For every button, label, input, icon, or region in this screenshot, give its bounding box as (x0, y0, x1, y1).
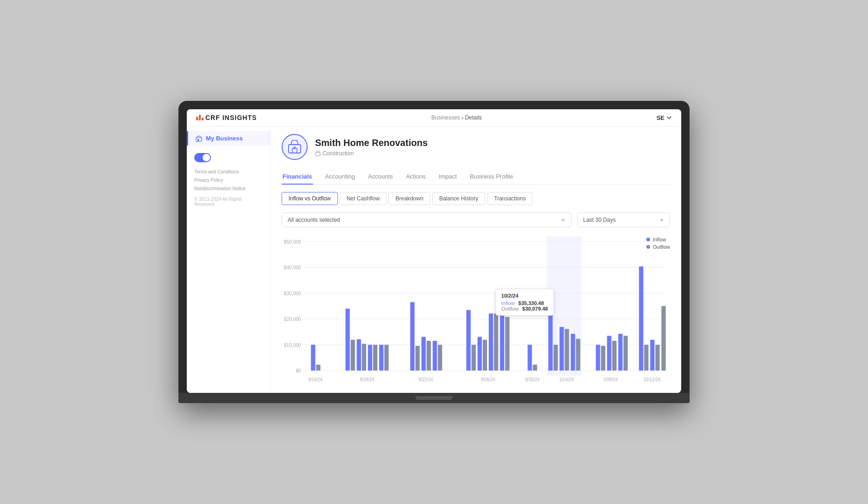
svg-rect-1 (197, 139, 199, 141)
tab-accounting[interactable]: Accounting (324, 169, 356, 185)
svg-text:$10,000: $10,000 (284, 342, 301, 348)
user-initials: SE (657, 114, 664, 121)
business-header: Smith Home Renovations Construction (282, 134, 670, 160)
accounts-filter[interactable]: All accounts selected (282, 212, 572, 227)
outflow-label: Outflow (653, 244, 670, 250)
svg-text:$0: $0 (296, 368, 301, 374)
terms-link[interactable]: Terms and Conditions (194, 168, 263, 176)
logo-icon (196, 115, 204, 120)
svg-text:$50,000: $50,000 (284, 239, 301, 245)
tab-accounts[interactable]: Accounts (367, 169, 394, 185)
building-icon (196, 135, 202, 142)
breadcrumb: Businesses › Details (431, 114, 482, 121)
logo-bar-1 (196, 117, 198, 120)
sidebar-item-my-business[interactable]: My Business (187, 131, 270, 146)
date-filter-label: Last 30 Days (583, 217, 616, 223)
svg-rect-32 (433, 341, 437, 371)
svg-rect-20 (345, 309, 349, 371)
svg-rect-38 (489, 313, 493, 371)
business-name: Smith Home Renovations (315, 138, 427, 148)
tab-business-profile[interactable]: Business Profile (469, 169, 514, 185)
svg-rect-49 (571, 334, 575, 371)
logo-bar-2 (199, 115, 201, 120)
svg-rect-31 (427, 341, 431, 371)
chevron-down-icon (666, 115, 672, 120)
sidebar: My Business Terms and Conditions Privacy (187, 126, 270, 393)
chevron-down-icon-2 (659, 218, 664, 222)
svg-rect-29 (415, 346, 420, 371)
user-badge[interactable]: SE (657, 114, 672, 121)
date-filter[interactable]: Last 30 Days (577, 212, 670, 227)
svg-rect-42 (527, 345, 532, 371)
tabs-secondary: Inflow vs Outflow Net Cashflow Breakdown… (282, 192, 670, 205)
nondiscrimination-link[interactable]: Nondiscrimination Notice (194, 185, 263, 193)
svg-rect-24 (368, 345, 372, 371)
svg-rect-21 (351, 340, 355, 371)
svg-rect-5 (316, 153, 320, 156)
svg-text:$30,000: $30,000 (284, 290, 301, 296)
tab-net-cashflow[interactable]: Net Cashflow (340, 192, 387, 205)
svg-text:$40,000: $40,000 (284, 265, 301, 271)
svg-rect-26 (379, 345, 383, 371)
logo-text: CRF INSIGHTS (205, 114, 257, 121)
svg-rect-27 (384, 345, 388, 371)
svg-rect-47 (559, 327, 564, 371)
svg-rect-22 (357, 339, 361, 371)
theme-toggle[interactable] (194, 153, 211, 162)
logo-bar-3 (202, 118, 204, 120)
svg-rect-54 (612, 341, 617, 371)
sidebar-item-label: My Business (206, 135, 243, 142)
svg-rect-48 (565, 329, 569, 371)
tab-transactions[interactable]: Transactions (487, 192, 533, 205)
svg-text:10/12/24: 10/12/24 (644, 377, 661, 383)
toggle-knob (203, 154, 210, 161)
svg-rect-37 (483, 340, 487, 371)
svg-text:$20,000: $20,000 (284, 316, 301, 322)
svg-rect-61 (661, 306, 665, 371)
svg-rect-18 (311, 345, 315, 371)
svg-rect-45 (548, 293, 552, 371)
tab-balance-history[interactable]: Balance History (432, 192, 485, 205)
main-content: Smith Home Renovations Construction Fina… (270, 126, 681, 393)
tabs-primary: Financials Accounting Accounts Actions I… (282, 169, 670, 185)
chevron-down-icon (561, 218, 566, 222)
svg-rect-34 (467, 310, 471, 371)
tab-inflow-outflow[interactable]: Inflow vs Outflow (282, 192, 338, 205)
svg-rect-23 (362, 344, 366, 371)
tab-financials[interactable]: Financials (282, 169, 313, 185)
breadcrumb-businesses[interactable]: Businesses (431, 114, 460, 121)
tab-actions[interactable]: Actions (405, 169, 427, 185)
svg-text:9/22/24: 9/22/24 (419, 377, 433, 383)
category-icon (315, 151, 321, 156)
svg-rect-28 (410, 302, 414, 371)
logo: CRF INSIGHTS (196, 114, 257, 121)
inflow-label: Inflow (653, 237, 666, 242)
svg-text:9/26/24: 9/26/24 (481, 377, 495, 383)
toggle-wrap (194, 153, 263, 162)
svg-rect-56 (624, 336, 628, 371)
svg-rect-41 (505, 317, 509, 371)
svg-rect-57 (639, 266, 643, 371)
svg-text:9/18/24: 9/18/24 (360, 377, 374, 383)
tab-breakdown[interactable]: Breakdown (388, 192, 430, 205)
svg-rect-59 (650, 340, 654, 371)
svg-rect-39 (494, 313, 498, 371)
accounts-filter-label: All accounts selected (288, 217, 340, 223)
svg-rect-46 (553, 345, 558, 371)
sidebar-footer-links: Terms and Conditions Privacy Policy Nond… (194, 168, 263, 193)
tab-impact[interactable]: Impact (438, 169, 458, 185)
svg-rect-52 (601, 346, 605, 371)
outflow-dot (646, 245, 650, 249)
copyright: © 2013-2024 All Rights Reserved (194, 197, 263, 207)
svg-rect-35 (472, 345, 476, 371)
inflow-dot (646, 238, 650, 241)
privacy-link[interactable]: Privacy Policy (194, 176, 263, 185)
business-info: Smith Home Renovations Construction (315, 138, 427, 157)
chart-container: Inflow Outflow (282, 237, 670, 385)
breadcrumb-current: Details (465, 114, 482, 121)
category-label: Construction (322, 150, 354, 157)
chart-svg: $50,000 $40,000 $30,000 $20,000 $10,000 … (282, 237, 670, 385)
svg-point-4 (294, 147, 296, 149)
svg-text:10/4/24: 10/4/24 (559, 377, 574, 383)
top-nav: CRF INSIGHTS Businesses › Details SE (187, 109, 681, 126)
